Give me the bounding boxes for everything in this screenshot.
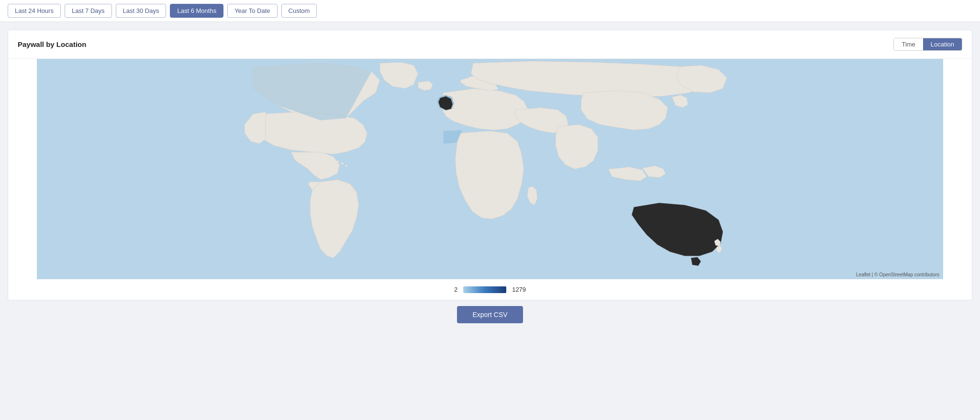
main-content: Paywall by Location Time Location [0,22,980,341]
filter-bar: Last 24 Hours Last 7 Days Last 30 Days L… [0,0,980,22]
card-header: Paywall by Location Time Location [8,30,972,59]
svg-rect-1 [335,160,339,162]
export-csv-button[interactable]: Export CSV [457,306,523,323]
filter-custom[interactable]: Custom [281,4,317,18]
svg-rect-2 [341,163,344,165]
map-svg [37,59,943,279]
map-attribution: Leaflet | © OpenStreetMap contributors [856,272,939,277]
filter-last24h[interactable]: Last 24 Hours [8,4,61,18]
filter-last7d[interactable]: Last 7 Days [65,4,112,18]
export-row: Export CSV [8,300,972,333]
attribution-contributors: contributors [914,272,939,277]
filter-last30d[interactable]: Last 30 Days [116,4,167,18]
world-map: Leaflet | © OpenStreetMap contributors [37,59,943,279]
view-location-button[interactable]: Location [923,38,962,50]
osm-link: OpenStreetMap [879,272,913,277]
leaflet-link: Leaflet [856,272,870,277]
card-title: Paywall by Location [18,40,86,48]
filter-last6m[interactable]: Last 6 Months [170,4,223,18]
paywall-card: Paywall by Location Time Location [8,30,972,300]
view-time-button[interactable]: Time [894,38,923,50]
legend-row: 2 1279 [8,279,972,300]
legend-max: 1279 [512,286,526,293]
legend-min: 2 [454,286,457,293]
svg-rect-3 [345,165,347,167]
filter-ytd[interactable]: Year To Date [227,4,277,18]
view-toggle: Time Location [893,38,962,51]
legend-gradient [463,286,506,293]
attribution-separator: | © [872,272,880,277]
